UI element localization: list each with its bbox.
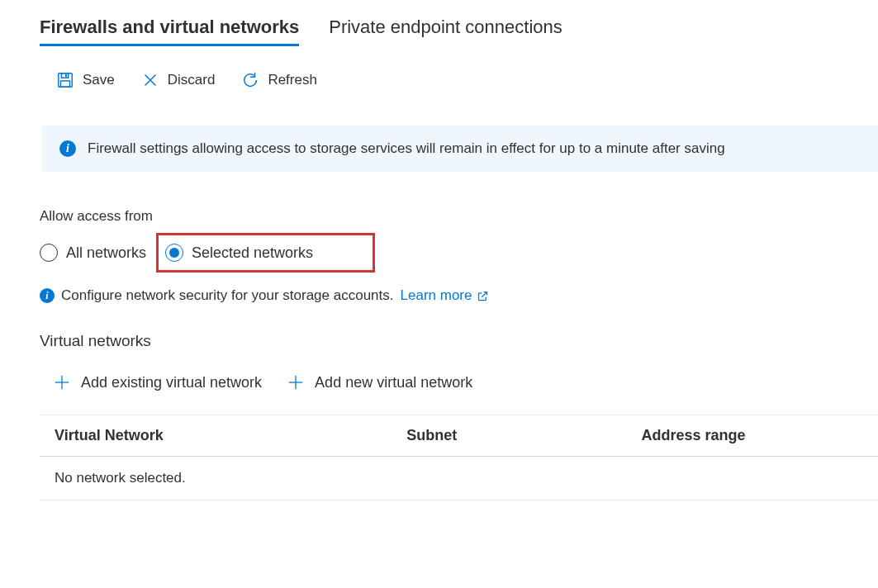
save-label: Save [83, 72, 115, 88]
allow-access-label: Allow access from [40, 208, 878, 225]
add-new-vnet-button[interactable]: Add new virtual network [287, 373, 472, 391]
learn-more-label: Learn more [401, 287, 472, 304]
discard-button[interactable]: Discard [136, 68, 221, 92]
radio-circle [40, 244, 58, 262]
refresh-button[interactable]: Refresh [236, 68, 322, 92]
refresh-label: Refresh [268, 72, 317, 88]
add-existing-vnet-button[interactable]: Add existing virtual network [53, 373, 262, 391]
save-button[interactable]: Save [51, 68, 120, 92]
radio-circle-selected [165, 244, 183, 262]
external-link-icon [477, 290, 489, 302]
svg-rect-2 [61, 81, 70, 87]
empty-state: No network selected. [40, 457, 878, 500]
add-new-label: Add new virtual network [315, 374, 472, 391]
info-icon: i [59, 140, 76, 157]
add-existing-label: Add existing virtual network [81, 374, 262, 391]
plus-icon [287, 373, 305, 391]
table-row: No network selected. [40, 457, 878, 500]
configure-text: Configure network security for your stor… [61, 287, 394, 304]
highlight-box: Selected networks [156, 233, 375, 273]
discard-label: Discard [168, 72, 216, 88]
radio-selected-networks[interactable]: Selected networks [165, 244, 313, 262]
refresh-icon [241, 71, 259, 89]
col-virtual-network: Virtual Network [40, 415, 392, 457]
save-icon [56, 71, 74, 89]
radio-label-selected: Selected networks [192, 244, 313, 262]
info-icon: i [40, 288, 55, 303]
toolbar: Save Discard Refresh [40, 68, 878, 92]
tabs: Firewalls and virtual networks Private e… [40, 17, 878, 45]
info-banner: i Firewall settings allowing access to s… [41, 126, 878, 172]
col-address-range: Address range [626, 415, 878, 457]
configure-info: i Configure network security for your st… [40, 287, 878, 304]
vnet-actions: Add existing virtual network Add new vir… [40, 373, 878, 391]
radio-all-networks[interactable]: All networks [40, 244, 146, 262]
learn-more-link[interactable]: Learn more [401, 287, 490, 304]
info-banner-text: Firewall settings allowing access to sto… [88, 140, 725, 157]
radio-label-all: All networks [66, 244, 146, 262]
col-subnet: Subnet [392, 415, 626, 457]
tab-firewalls[interactable]: Firewalls and virtual networks [40, 17, 299, 45]
svg-rect-1 [61, 74, 68, 78]
table-header-row: Virtual Network Subnet Address range [40, 415, 878, 457]
vnet-table: Virtual Network Subnet Address range No … [40, 415, 878, 500]
virtual-networks-title: Virtual networks [40, 332, 878, 350]
access-radio-group: All networks Selected networks [40, 233, 878, 273]
close-icon [141, 71, 159, 89]
plus-icon [53, 373, 71, 391]
tab-private-endpoint[interactable]: Private endpoint connections [329, 17, 562, 45]
